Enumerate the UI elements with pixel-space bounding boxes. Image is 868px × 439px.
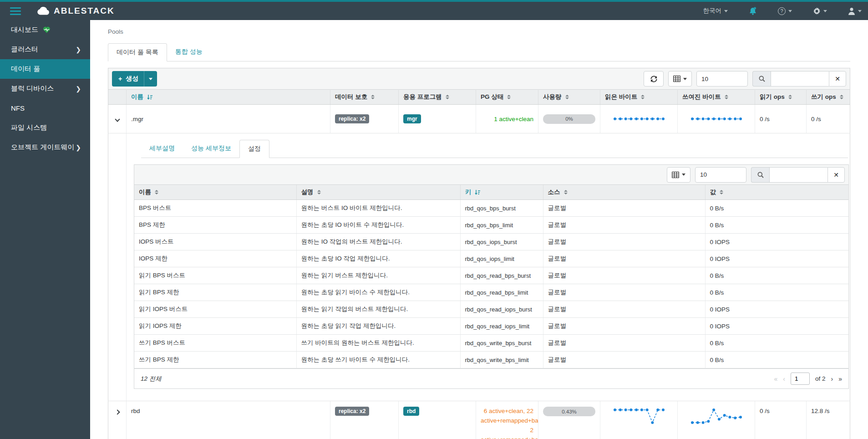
settings-header-row: 이름 설명 키 bbox=[134, 185, 848, 200]
sort-icon bbox=[565, 95, 569, 99]
tab-pool-list[interactable]: 데이터 풀 목록 bbox=[108, 43, 167, 61]
column-visibility-button[interactable] bbox=[668, 71, 692, 87]
column-header-key[interactable]: 키 bbox=[460, 185, 543, 200]
settings-table-row[interactable]: 쓰기 BPS 제한 원하는 초당 쓰기 바이트 수 제한입니다. rbd_qos… bbox=[134, 352, 848, 368]
setting-name: IOPS 버스트 bbox=[134, 234, 296, 250]
notifications-button[interactable] bbox=[749, 7, 757, 15]
column-header-write-ops[interactable]: 쓰기 ops bbox=[807, 90, 850, 105]
column-header-application[interactable]: 응용 프로그램 bbox=[399, 90, 476, 105]
refresh-button[interactable] bbox=[644, 71, 664, 87]
page-size-input[interactable] bbox=[696, 71, 748, 87]
sort-icon bbox=[564, 190, 568, 194]
column-header-name[interactable]: 이름 bbox=[127, 90, 330, 105]
protection-badge: replica: x2 bbox=[335, 407, 369, 416]
last-page-button[interactable]: » bbox=[838, 375, 842, 383]
setting-name: 읽기 IOPS 제한 bbox=[134, 318, 296, 335]
column-header-description[interactable]: 설명 bbox=[296, 185, 460, 200]
setting-source: 글로벌 bbox=[543, 234, 705, 250]
column-header-usage[interactable]: 사용량 bbox=[538, 90, 600, 105]
column-header-read-ops[interactable]: 읽기 ops bbox=[755, 90, 807, 105]
setting-description: 원하는 초당 읽기 작업 제한입니다. bbox=[296, 318, 460, 335]
prev-page-button[interactable]: ‹ bbox=[783, 375, 785, 383]
tab-performance-details[interactable]: 성능 세부정보 bbox=[183, 140, 239, 158]
sort-icon bbox=[641, 95, 645, 99]
column-header-protection[interactable]: 데이터 보호 bbox=[330, 90, 399, 105]
setting-source: 글로벌 bbox=[543, 284, 705, 301]
create-button[interactable]: + 생성 bbox=[112, 71, 157, 87]
settings-table-row[interactable]: 쓰기 BPS 버스트 쓰기 바이트의 원하는 버스트 제한입니다. rbd_qo… bbox=[134, 335, 848, 352]
sidebar-item-dashboard[interactable]: 대시보드 bbox=[0, 20, 90, 40]
write-bytes-sparkline bbox=[678, 401, 755, 439]
expand-row-icon[interactable] bbox=[115, 409, 120, 414]
setting-key: rbd_qos_write_bps_burst bbox=[460, 335, 543, 352]
sidebar-item-filesystem[interactable]: 파일 시스템 bbox=[0, 118, 90, 138]
settings-search-input[interactable] bbox=[769, 167, 827, 183]
chevron-right-icon: ❯ bbox=[76, 144, 81, 151]
next-page-button[interactable]: › bbox=[831, 375, 833, 383]
column-header-source[interactable]: 소스 bbox=[543, 185, 705, 200]
sort-icon bbox=[507, 95, 511, 99]
help-dropdown[interactable]: ? bbox=[778, 7, 792, 15]
sidebar-item-nfs[interactable]: NFS bbox=[0, 98, 90, 118]
sidebar-item-cluster[interactable]: 클러스터 ❯ bbox=[0, 40, 90, 59]
setting-key: rbd_qos_iops_limit bbox=[460, 250, 543, 267]
column-header-write-bytes[interactable]: 쓰여진 바이트 bbox=[678, 90, 755, 105]
column-header-read-bytes[interactable]: 읽은 바이트 bbox=[600, 90, 678, 105]
usage-bar: 0.43% bbox=[543, 407, 595, 416]
settings-table-row[interactable]: BPS 제한 원하는 초당 IO 바이트 수 제한입니다. rbd_qos_bp… bbox=[134, 217, 848, 234]
settings-table: 이름 설명 키 bbox=[134, 185, 848, 368]
settings-dropdown[interactable] bbox=[813, 7, 827, 15]
first-page-button[interactable]: « bbox=[774, 375, 778, 383]
settings-table-row[interactable]: IOPS 버스트 원하는 IO 작업의 버스트 제한입니다. rbd_qos_i… bbox=[134, 234, 848, 250]
settings-table-footer: 12 전체 « ‹ of 2 › » bbox=[134, 368, 848, 388]
tab-details[interactable]: 세부설명 bbox=[141, 140, 183, 158]
column-header-value[interactable]: 값 bbox=[705, 185, 848, 200]
sidebar-item-pools[interactable]: 데이터 풀 bbox=[0, 59, 90, 79]
settings-table-row[interactable]: 읽기 BPS 제한 원하는 초당 읽기 바이스 수 제한입니다. rbd_qos… bbox=[134, 284, 848, 301]
mgr-detail-tabbar: 세부설명 성능 세부정보 설정 bbox=[141, 140, 848, 158]
breadcrumb: Pools bbox=[108, 28, 850, 35]
settings-table-row[interactable]: 읽기 IOPS 제한 원하는 초당 읽기 작업 제한입니다. rbd_qos_r… bbox=[134, 318, 848, 335]
create-dropdown-toggle[interactable] bbox=[144, 71, 157, 87]
clear-search-button[interactable]: ✕ bbox=[829, 71, 846, 87]
tab-overall-performance[interactable]: 통합 성능 bbox=[167, 43, 211, 61]
pools-table-header-row: 이름 데이터 보호 응용 프로그램 PG 상태 사용량 읽은 바이트 쓰여진 바… bbox=[108, 90, 850, 105]
setting-description: 원하는 버스트 IO 바이트 제한입니다. bbox=[296, 200, 460, 217]
chevron-right-icon: ❯ bbox=[76, 85, 81, 92]
application-badge: rbd bbox=[403, 407, 419, 416]
language-dropdown[interactable]: 한국어 bbox=[703, 7, 728, 15]
table-row-rbd[interactable]: rbd replica: x2 rbd 6 active+clean, 22 a… bbox=[108, 401, 850, 439]
tab-configuration[interactable]: 설정 bbox=[239, 140, 269, 158]
settings-page-size-input[interactable] bbox=[695, 167, 746, 183]
search-input[interactable] bbox=[771, 71, 829, 87]
sidebar-item-block-devices[interactable]: 블럭 디바이스 ❯ bbox=[0, 79, 90, 98]
setting-key: rbd_qos_read_iops_burst bbox=[460, 301, 543, 318]
setting-value: 0 IOPS bbox=[705, 234, 848, 250]
collapse-row-icon[interactable] bbox=[115, 117, 120, 122]
read-ops: 0 /s bbox=[755, 105, 807, 133]
chevron-right-icon: ❯ bbox=[76, 46, 81, 53]
settings-table-row[interactable]: BPS 버스트 원하는 버스트 IO 바이트 제한입니다. rbd_qos_bp… bbox=[134, 200, 848, 217]
sidebar-item-object-gateway[interactable]: 오브젝트 게이트웨이 ❯ bbox=[0, 138, 90, 157]
read-bytes-sparkline bbox=[600, 105, 678, 133]
page-number-input[interactable] bbox=[791, 373, 810, 385]
setting-value: 0 B/s bbox=[705, 352, 848, 368]
table-row-mgr[interactable]: .mgr replica: x2 mgr 1 active+clean 0% 0… bbox=[108, 105, 850, 133]
setting-key: rbd_qos_read_iops_limit bbox=[460, 318, 543, 335]
settings-clear-search-button[interactable]: ✕ bbox=[827, 167, 845, 183]
brand-logo[interactable]: ABLESTACK bbox=[36, 6, 115, 16]
write-ops: 12.8 /s bbox=[807, 401, 850, 439]
column-header-name[interactable]: 이름 bbox=[134, 185, 296, 200]
chevron-down-icon bbox=[683, 78, 687, 80]
settings-column-visibility-button[interactable] bbox=[667, 167, 690, 183]
read-ops: 0 /s bbox=[755, 401, 807, 439]
settings-table-row[interactable]: IOPS 제한 원하는 초당 IO 작업 제한입니다. rbd_qos_iops… bbox=[134, 250, 848, 267]
user-dropdown[interactable] bbox=[848, 7, 862, 15]
settings-table-row[interactable]: 읽기 BPS 버스트 원하는 읽기 버스트 제한입니다. rbd_qos_rea… bbox=[134, 267, 848, 284]
setting-value: 0 IOPS bbox=[705, 301, 848, 318]
setting-name: 쓰기 BPS 버스트 bbox=[134, 335, 296, 352]
usage-bar: 0% bbox=[543, 114, 595, 124]
settings-table-row[interactable]: 읽기 IOPS 버스트 원하는 읽기 작업의 버스트 제한입니다. rbd_qo… bbox=[134, 301, 848, 318]
pg-status: 1 active+clean bbox=[481, 116, 533, 123]
column-header-pg-status[interactable]: PG 상태 bbox=[476, 90, 538, 105]
